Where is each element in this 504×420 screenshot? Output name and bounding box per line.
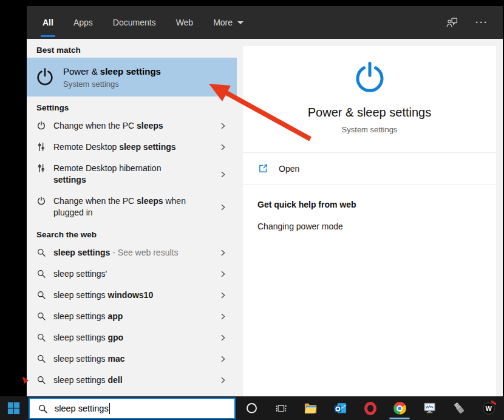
chevron-right-icon[interactable] (219, 249, 227, 257)
taskbar-outlook-icon[interactable] (325, 396, 355, 420)
tab-apps[interactable]: Apps (73, 6, 93, 39)
taskbar-cortana-ring-icon[interactable] (237, 396, 267, 420)
w-badge-icon: W (483, 402, 495, 415)
result-row[interactable]: Change when the PC sleeps (27, 115, 237, 137)
preview-title: Power & sleep settings (243, 106, 496, 120)
result-text: Remote Desktop sleep settings (53, 141, 176, 153)
power-icon (36, 196, 46, 206)
tab-label: More (213, 18, 233, 27)
taskbar-search-input[interactable]: sleep settings (29, 398, 236, 419)
result-row[interactable]: Remote Desktop hibernation settings (27, 158, 237, 191)
start-button[interactable] (7, 402, 20, 415)
search-icon (36, 333, 46, 342)
result-row[interactable]: sleep settings app (27, 306, 237, 327)
power-icon (36, 121, 46, 130)
chevron-right-icon[interactable] (219, 122, 227, 130)
preview-subtitle: System settings (243, 125, 496, 134)
result-text: sleep settings mac (53, 353, 125, 365)
cortana-ring-icon (247, 403, 257, 413)
search-icon (36, 248, 46, 257)
web-section-header: Search the web (27, 223, 237, 242)
quick-help-link[interactable]: Changing power mode (257, 222, 482, 231)
active-app-indicator (390, 418, 410, 419)
taskbar-icon-row: W (237, 396, 504, 420)
quick-help-header: Get quick help from web (257, 200, 482, 209)
result-row[interactable]: sleep settings mac (27, 348, 237, 370)
power-icon (35, 67, 55, 87)
chevron-right-icon[interactable] (219, 334, 227, 342)
search-filter-bar: All Apps Documents Web More ··· (27, 6, 503, 39)
task-view-icon (275, 402, 287, 415)
taskbar-opera-icon[interactable] (355, 396, 385, 420)
taskbar-w-badge-icon[interactable]: W (474, 396, 503, 420)
settings-result-list: Change when the PC sleeps Remote Desktop… (27, 115, 237, 223)
chevron-right-icon[interactable] (219, 270, 227, 278)
best-match-text: Power & sleep settings System settings (63, 66, 161, 89)
chrome-icon (393, 402, 406, 415)
best-match-title: Power & sleep settings (63, 66, 161, 77)
tab-more[interactable]: More (213, 6, 243, 39)
system-monitor-icon (423, 401, 437, 415)
search-flyout: All Apps Documents Web More ··· (27, 6, 503, 396)
search-icon (36, 290, 46, 300)
taskbar-task-view-icon[interactable] (267, 396, 296, 420)
preview-card: Power & sleep settings System settings O… (243, 46, 496, 396)
result-row[interactable]: Change when the PC sleeps when plugged i… (27, 191, 237, 223)
usb-drive-icon (452, 401, 466, 415)
result-row[interactable]: sleep settings dell (27, 370, 237, 391)
search-icon (36, 354, 46, 364)
tab-documents[interactable]: Documents (113, 6, 156, 39)
chevron-right-icon[interactable] (219, 143, 227, 151)
result-text: sleep settings gpo (53, 332, 123, 344)
chevron-right-icon[interactable] (219, 355, 227, 363)
result-text: sleep settings dell (53, 374, 123, 386)
result-row[interactable]: sleep settings windows10 (27, 285, 237, 306)
preview-hero: Power & sleep settings System settings (243, 46, 496, 153)
chevron-right-icon[interactable] (219, 376, 227, 384)
best-match-item[interactable]: Power & sleep settings System settings (27, 58, 237, 97)
taskbar: sleep settings W (0, 396, 504, 420)
chevron-right-icon[interactable] (219, 203, 227, 211)
taskbar-system-monitor-icon[interactable] (415, 396, 444, 420)
result-text: Change when the PC sleeps (53, 120, 163, 132)
taskbar-file-explorer-icon[interactable] (296, 396, 326, 420)
settings-section-header: Settings (27, 97, 237, 115)
open-label: Open (279, 164, 299, 174)
best-match-header: Best match (27, 39, 237, 58)
search-icon (36, 375, 46, 385)
open-action[interactable]: Open (243, 153, 496, 185)
tuner-icon (36, 142, 46, 152)
result-row[interactable]: sleep settings - See web results (27, 242, 237, 263)
opera-icon (364, 402, 376, 415)
web-result-list: sleep settings - See web results sleep s… (27, 242, 237, 391)
account-feedback-icon[interactable] (446, 16, 458, 29)
annotation-arrow-fragment (21, 375, 29, 386)
text-caret (109, 403, 110, 414)
chevron-right-icon[interactable] (219, 291, 227, 299)
result-row[interactable]: sleep settings' (27, 263, 237, 285)
search-icon (36, 311, 46, 321)
chevron-down-icon (237, 21, 243, 24)
tuner-icon (36, 163, 46, 173)
result-row[interactable]: sleep settings gpo (27, 327, 237, 348)
search-icon (38, 404, 48, 414)
tab-all[interactable]: All (43, 6, 53, 39)
quick-help-section: Get quick help from web Changing power m… (243, 185, 496, 246)
result-row[interactable]: Remote Desktop sleep settings (27, 137, 237, 158)
ellipsis-menu-icon[interactable]: ··· (475, 19, 488, 25)
tab-web[interactable]: Web (176, 6, 194, 39)
tab-label: All (43, 18, 53, 27)
result-text: sleep settings - See web results (53, 247, 178, 259)
result-text: Change when the PC sleeps when plugged i… (53, 195, 190, 218)
result-text: sleep settings' (53, 268, 107, 280)
result-text: Remote Desktop hibernation settings (53, 163, 190, 186)
search-query-text: sleep settings (55, 404, 109, 413)
chevron-right-icon[interactable] (219, 171, 227, 178)
taskbar-usb-drive-icon[interactable] (444, 396, 474, 420)
chevron-right-icon[interactable] (219, 313, 227, 320)
windows-start-icon (7, 402, 20, 415)
taskbar-chrome-icon[interactable] (385, 396, 415, 420)
best-match-subtitle: System settings (63, 80, 161, 89)
tab-label: Documents (113, 18, 156, 27)
tab-label: Apps (73, 18, 93, 27)
